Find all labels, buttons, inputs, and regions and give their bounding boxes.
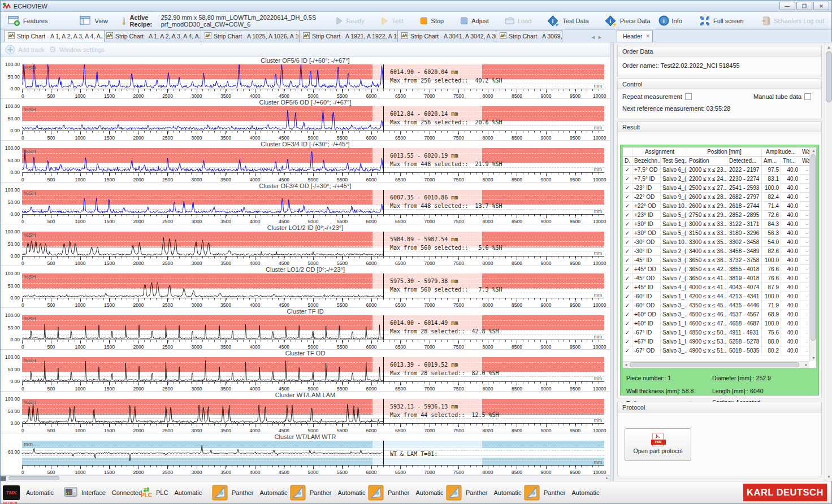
view-button[interactable]: View <box>75 14 112 28</box>
scroll-right-icon[interactable]: ► <box>804 363 808 367</box>
test-button[interactable]: Test <box>376 15 407 27</box>
scroll-down-icon[interactable]: ▼ <box>812 356 816 360</box>
ready-button[interactable]: Ready <box>331 15 369 27</box>
tab-strip-chart-2[interactable]: Strip Chart - A 1, A 2, A 3, A 4, A...✕ <box>102 30 203 42</box>
chart-plot-area[interactable]: 6013.39 - 6019.52 mm Max from 28 selecte… <box>22 357 604 381</box>
table-row[interactable]: ✓+67° IDSalvo 1_I...4900 ≤ x ≤ 53...5258… <box>623 337 816 346</box>
row-checkbox[interactable]: ✓ <box>623 202 632 210</box>
open-part-protocol-button[interactable]: PDF Open part protocol <box>625 428 691 461</box>
table-row[interactable]: ✓+45° ODSalvo 7_(...3650 ≤ x ≤ 42...3855… <box>623 265 816 274</box>
restore-button[interactable]: ❐ <box>796 2 812 10</box>
row-checkbox[interactable]: ✓ <box>623 301 632 310</box>
stop-button[interactable]: Stop <box>415 15 448 27</box>
table-row[interactable]: ✓+7,5° ODSalvo 6_(...2000 ≤ x ≤ 23...202… <box>623 166 816 175</box>
table-row[interactable]: ✓-60° IDSalvo 1_I...4200 ≤ x ≤ 44...4213… <box>623 292 816 301</box>
row-checkbox[interactable]: ✓ <box>623 283 632 292</box>
row-checkbox[interactable]: ✓ <box>623 256 632 264</box>
row-checkbox[interactable]: ✓ <box>623 337 632 346</box>
tab-strip-chart-1[interactable]: Strip Chart - A 1, A 2, A 3, A 4, A...✕ <box>4 30 105 42</box>
row-checkbox[interactable]: ✓ <box>623 220 632 228</box>
row-checkbox[interactable]: ✓ <box>623 328 632 337</box>
features-button[interactable]: Features <box>4 14 51 28</box>
scroll-up-icon[interactable]: ▲ <box>825 43 832 51</box>
chart-plot-area[interactable]: 6013.55 - 6020.19 mm Max from 448 select… <box>22 148 604 172</box>
result-table-vscrollbar[interactable]: ▲ ▼ <box>809 147 816 361</box>
tab-close-icon[interactable]: ✕ <box>645 33 650 39</box>
table-row[interactable]: ✓-45° ODSalvo 7_(...3650 ≤ x ≤ 41...3819… <box>623 274 816 283</box>
table-row[interactable]: ✓-30° ODSalvo 10...3300 ≤ x ≤ 35...3302 … <box>623 238 816 247</box>
table-row[interactable]: ✓+23° IDSalvo 5_(...2750 ≤ x ≤ 29...2852… <box>623 211 816 220</box>
tab-scroll-right-icon[interactable]: ► <box>597 34 603 40</box>
hscroll-thumb[interactable] <box>8 476 59 480</box>
chart-plot-area[interactable]: 6014.90 - 6020.04 mm Max from 256 select… <box>22 64 604 89</box>
tab-scroll-left-icon[interactable]: ◄ <box>591 34 596 40</box>
row-checkbox[interactable]: ✓ <box>623 319 632 328</box>
chart-plot-area[interactable]: 5984.89 - 5987.54 mm Max from 560 select… <box>22 232 604 256</box>
row-checkbox[interactable]: ✓ <box>623 184 632 192</box>
table-row[interactable]: ✓+60° IDSalvo 1_I...4600 ≤ x ≤ 47...4658… <box>623 319 816 328</box>
table-row[interactable]: ✓-30° IDSalvo 2_(...3400 ≤ x ≤ 36...3458… <box>623 247 816 256</box>
piece-data-button[interactable]: iPiece Data <box>601 14 655 28</box>
manual-tube-data-checkbox[interactable] <box>804 93 811 100</box>
panel-vertical-scrollbar[interactable]: ▲ ▼ <box>825 42 832 481</box>
row-checkbox[interactable]: ✓ <box>623 247 632 255</box>
repeat-measurement-checkbox[interactable] <box>685 93 692 100</box>
row-checkbox[interactable]: ✓ <box>623 346 632 355</box>
table-row[interactable]: ✓-22° ODSalvo 9_(...2600 ≤ x ≤ 28...2682… <box>623 193 816 202</box>
table-row[interactable]: ✓-23° IDSalvo 4_(...2500 ≤ x ≤ 27...2541… <box>623 184 816 193</box>
table-row[interactable]: ✓-60° ODSalvo 3_...4350 ≤ x ≤ 45...4435 … <box>623 301 816 310</box>
load-button[interactable]: Load <box>501 15 535 27</box>
table-row[interactable]: ✓+30° ODSalvo 5_(...3150 ≤ x ≤ 33...3180… <box>623 229 816 238</box>
tab-strip-chart-4[interactable]: Strip Chart - A 1921, A 1922, A 192...✕ <box>299 30 400 42</box>
chart-plot-area[interactable]: 5975.30 - 5979.38 mm Max from 560 select… <box>22 273 604 298</box>
table-row[interactable]: ✓-67° IDSalvo 1_I...4850 ≤ x ≤ 50...4911… <box>623 328 816 337</box>
scroll-down-icon[interactable]: ▼ <box>825 472 832 480</box>
order-name: Order name:: Test22.02.2022_NCI 518455 <box>622 62 740 69</box>
row-checkbox[interactable]: ✓ <box>623 292 632 301</box>
scroll-up-icon[interactable]: ▲ <box>812 149 816 153</box>
chart-plot-area[interactable]: 6014.00 - 6014.49 mm Max from 28 selecte… <box>22 315 604 340</box>
chart-plot-area[interactable]: 6012.84 - 6020.14 mm Max from 256 select… <box>22 106 604 131</box>
result-table-hscrollbar[interactable]: ◄ ► <box>623 361 809 368</box>
tab-strip-chart-3[interactable]: Strip Chart - A 1025, A 1026, A 102...✕ <box>201 30 301 42</box>
chart-horizontal-scrollbar[interactable]: ◄ ► <box>1 475 610 481</box>
table-row[interactable]: ✓+22° ODSalvo 10...2600 ≤ x ≤ 29...2618 … <box>623 202 816 211</box>
table-row[interactable]: ✓-67° ODSalvo 3_...4900 ≤ x ≤ 51...5018 … <box>623 346 816 355</box>
tab-strip-chart-6[interactable]: Strip Chart - A 3069, A 3070, A <box>496 30 562 42</box>
chart-plot-area[interactable]: WT & LAM T=01:mmmm <box>22 441 604 465</box>
table-row[interactable]: ✓-45° IDSalvo 3_(...3650 ≤ x ≤ 38...3732… <box>623 256 816 265</box>
info-button[interactable]: iInfo <box>655 14 686 28</box>
table-row[interactable]: ✓+7,5° IDSalvo 2_(...2200 ≤ x ≤ 24...223… <box>623 175 816 184</box>
table-row[interactable]: ✓+45° IDSalvo 4_(...4000 ≤ x ≤ 41...4043… <box>623 283 816 292</box>
table-row[interactable]: ✓+30° IDSalvo 1_(...3000 ≤ x ≤ 33...3122… <box>623 220 816 229</box>
row-checkbox[interactable]: ✓ <box>623 166 632 174</box>
result-table[interactable]: AssignmentPosition [mm]Amplitude...Wall … <box>622 147 817 368</box>
adjust-button[interactable]: Adjust <box>456 15 493 27</box>
table-row[interactable]: ✓+60° ODSalvo 3_...4500 ≤ x ≤ 46...4537 … <box>623 310 816 319</box>
schaefers-log-out-button[interactable]: Schaefers Log out <box>757 14 828 28</box>
row-checkbox[interactable]: ✓ <box>623 265 632 273</box>
row-checkbox[interactable]: ✓ <box>623 310 632 319</box>
row-checkbox[interactable]: ✓ <box>623 229 632 237</box>
scroll-left-icon[interactable]: ◄ <box>624 363 628 367</box>
add-track-button[interactable]: Add track <box>5 45 44 55</box>
x-axis-label: 9000 <box>541 177 552 183</box>
measurement-info: 5932.13 - 5936.13 mm Max from 44 selecte… <box>390 402 499 419</box>
active-recipe-label: Active Recipe: <box>129 14 157 28</box>
minimize-button[interactable]: — <box>779 2 795 10</box>
tab-strip-chart-5[interactable]: Strip Chart - A 3041, A 3042, A 304...✕ <box>397 30 498 42</box>
row-checkbox[interactable]: ✓ <box>623 193 632 201</box>
scroll-right-icon[interactable]: ► <box>605 476 609 481</box>
close-button[interactable]: ✕ <box>813 2 829 10</box>
chart-plot-area[interactable]: 6007.35 - 6010.86 mm Max from 448 select… <box>22 190 604 214</box>
row-checkbox[interactable]: ✓ <box>623 274 632 283</box>
full-screen-button[interactable]: Full screen <box>695 14 748 28</box>
row-checkbox[interactable]: ✓ <box>623 175 632 183</box>
row-checkbox[interactable]: ✓ <box>623 238 632 246</box>
chart-plot-area[interactable]: 5932.13 - 5936.13 mm Max from 44 selecte… <box>22 399 604 423</box>
window-settings-button[interactable]: ⚙ Window settings <box>49 45 105 55</box>
tab-header[interactable]: Header ✕ <box>617 30 653 42</box>
wall-thickness: Wall thickness [mm]: 58.8 <box>626 388 694 394</box>
test-data-button[interactable]: iTest Data <box>543 14 592 28</box>
row-checkbox[interactable]: ✓ <box>623 211 632 219</box>
